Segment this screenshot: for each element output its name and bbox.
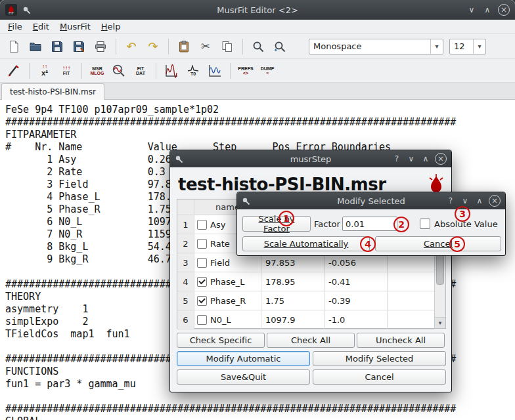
scale-automatically-button[interactable]: Scale Automatically <box>242 236 370 251</box>
cut-button[interactable]: ✂ <box>196 37 215 56</box>
maximize-button[interactable]: ∧ <box>420 154 431 164</box>
pin-icon[interactable] <box>242 197 250 205</box>
editor-line: ########################################… <box>5 116 515 129</box>
menu-file[interactable]: File <box>3 20 28 33</box>
menu-musrfit[interactable]: MusrFit <box>55 20 96 33</box>
maximize-button[interactable]: ∧ <box>474 196 485 206</box>
name-cell: Field <box>194 253 261 272</box>
musrstep-dialog: musrStep ? ∨ ∧ × test-histo-PSI-BIN.msr … <box>169 150 452 392</box>
new-file-icon <box>7 40 20 53</box>
minimize-button[interactable]: ∨ <box>460 196 470 206</box>
pin-icon[interactable] <box>175 155 183 163</box>
save-button[interactable] <box>47 37 67 56</box>
undo-icon: ↶ <box>126 41 136 52</box>
toolbar-separator <box>81 63 82 79</box>
menu-edit[interactable]: Edit <box>28 20 55 33</box>
check-all-button[interactable]: Check All <box>267 333 355 348</box>
row-checkbox[interactable] <box>197 239 207 249</box>
param-step: -0.39 <box>325 291 388 310</box>
musr-wizard-button[interactable] <box>4 61 24 81</box>
row-number: 3 <box>177 253 194 272</box>
fit2data-icon: FIT DAT <box>136 66 145 75</box>
paste-button[interactable] <box>174 37 194 56</box>
editor-line: FeSe 9p4 TF100 p107apr09_sample*1p02 <box>5 104 515 116</box>
param-value: 97.853 <box>261 253 325 272</box>
font-family-select[interactable]: Monospace ▾ <box>309 39 443 54</box>
check-specific-button[interactable]: Check Specific <box>177 333 265 348</box>
name-cell: Phase_R <box>194 291 261 310</box>
help-button[interactable]: ? <box>392 154 402 164</box>
pin-icon[interactable] <box>22 6 31 14</box>
print-button[interactable] <box>91 37 110 56</box>
musrstep-titlebar[interactable]: musrStep ? ∨ ∧ × <box>170 150 451 167</box>
param-name: Asy <box>210 220 225 230</box>
musrview-button[interactable] <box>109 61 129 81</box>
musrfit-run-icon: ↑↑↑ FIT <box>62 66 70 75</box>
tab-test-histo-psi-bin[interactable]: test-histo-PSI-BIN.msr <box>1 83 104 100</box>
modify-selected-button[interactable]: Modify Selected <box>313 351 446 366</box>
toolbar-separator <box>168 39 169 54</box>
undo-button[interactable]: ↶ <box>122 37 141 56</box>
param-name: N0_L <box>210 315 231 325</box>
find-button[interactable] <box>248 37 268 56</box>
param-name: Field <box>210 258 230 268</box>
uncheck-all-button[interactable]: Uncheck All <box>357 333 445 348</box>
musrprefs-button[interactable]: PREFS <> <box>236 61 256 81</box>
close-button[interactable]: × <box>498 4 510 16</box>
plot-data-button[interactable] <box>205 61 225 81</box>
plot-data-icon <box>208 64 222 78</box>
cut-icon: ✂ <box>201 41 210 52</box>
param-value: 178.95 <box>261 272 325 291</box>
swap-msr-mlog-icon: MSR MLOG <box>91 66 104 75</box>
close-button[interactable]: × <box>489 195 501 207</box>
new-file-button[interactable] <box>4 37 24 56</box>
scale-by-factor-button[interactable]: Scale by Factor <box>242 216 311 232</box>
musrfit-run-button[interactable]: ↑↑↑ FIT <box>56 61 76 81</box>
modify-automatic-button[interactable]: Modify Automatic <box>177 351 310 366</box>
save-quit-button[interactable]: Save&Quit <box>177 369 310 385</box>
scroll-down-button[interactable]: ▾ <box>435 317 445 328</box>
musrt0-icon: T0 <box>187 65 199 76</box>
name-cell: Phase_L <box>194 272 261 291</box>
musrprefs-icon: PREFS <> <box>238 66 253 75</box>
row-checkbox[interactable] <box>197 220 207 230</box>
font-size-select[interactable]: 12 ▾ <box>449 39 486 54</box>
editor-line: FITPARAMETER <box>5 129 515 141</box>
annotation-circle-1: 1 <box>279 211 294 226</box>
musrdump-button[interactable]: DUMP ≡ <box>258 61 277 81</box>
close-button[interactable]: × <box>435 153 447 165</box>
checkbox-box[interactable] <box>420 219 430 229</box>
calc-chisq-icon: ↑↑ x² <box>41 64 48 77</box>
row-checkbox[interactable] <box>197 277 207 287</box>
modify-cancel-button[interactable]: Cancel <box>375 236 501 251</box>
corner-header <box>177 200 194 215</box>
toolbar-separator <box>116 39 116 54</box>
musrview-icon <box>112 64 126 78</box>
factor-input[interactable] <box>342 217 397 231</box>
row-checkbox[interactable] <box>197 258 207 268</box>
window-titlebar[interactable]: MusrFit Editor <2> FIT ∨ ∧ × <box>0 0 515 20</box>
musr-wizard-icon <box>7 64 21 78</box>
save-as-button[interactable] <box>69 37 89 56</box>
menu-help[interactable]: Help <box>96 20 126 33</box>
musrt0-button[interactable]: T0 <box>183 61 203 81</box>
row-checkbox[interactable] <box>197 296 207 306</box>
open-file-button[interactable] <box>26 37 45 56</box>
redo-button[interactable]: ↷ <box>143 37 163 56</box>
fit2data-button[interactable]: FIT DAT <box>131 61 150 81</box>
minimize-button[interactable]: ∨ <box>466 5 477 15</box>
plot-histo-button[interactable] <box>162 61 181 81</box>
cancel-button[interactable]: Cancel <box>313 369 446 385</box>
find-replace-button[interactable] <box>270 37 290 56</box>
help-button[interactable]: ? <box>445 196 456 206</box>
annotation-circle-5: 5 <box>449 236 465 252</box>
param-name: Phase_L <box>210 277 245 287</box>
row-checkbox[interactable] <box>197 315 207 325</box>
minimize-button[interactable]: ∨ <box>406 154 416 164</box>
maximize-button[interactable]: ∧ <box>482 5 493 15</box>
copy-button[interactable] <box>217 37 237 56</box>
swap-msr-mlog-button[interactable]: MSR MLOG <box>87 61 107 81</box>
toolbar-separator <box>29 63 30 79</box>
calc-chisq-button[interactable]: ↑↑ x² <box>35 61 55 81</box>
save-as-icon <box>72 40 85 53</box>
